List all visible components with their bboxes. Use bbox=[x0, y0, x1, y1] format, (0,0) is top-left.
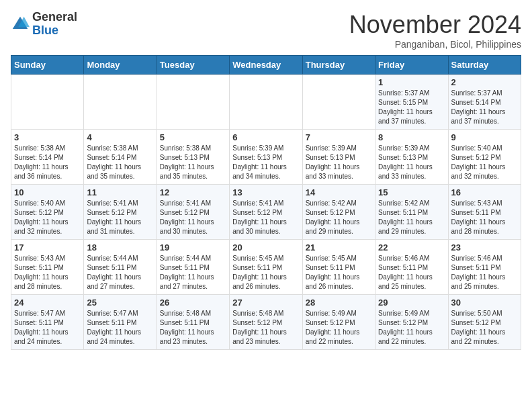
cell-info: Sunrise: 5:42 AM Sunset: 5:11 PM Dayligh… bbox=[378, 199, 445, 236]
day-number: 29 bbox=[378, 298, 445, 308]
calendar-cell: 1 Sunrise: 5:37 AM Sunset: 5:15 PM Dayli… bbox=[375, 75, 448, 130]
daylight-text: Daylight: 11 hours and 22 minutes. bbox=[451, 328, 518, 347]
title-block: November 2024 Panganiban, Bicol, Philipp… bbox=[349, 11, 521, 50]
daylight-text: Daylight: 11 hours and 30 minutes. bbox=[232, 218, 299, 236]
calendar-header: Sunday Monday Tuesday Wednesday Thursday… bbox=[11, 56, 521, 75]
day-number: 2 bbox=[451, 77, 518, 87]
cell-info: Sunrise: 5:37 AM Sunset: 5:15 PM Dayligh… bbox=[378, 89, 445, 126]
daylight-text: Daylight: 11 hours and 36 minutes. bbox=[14, 163, 81, 181]
daylight-text: Daylight: 11 hours and 35 minutes. bbox=[87, 163, 153, 181]
page-header: General Blue November 2024 Panganiban, B… bbox=[11, 11, 521, 50]
day-number: 8 bbox=[378, 132, 445, 142]
sunrise-text: Sunrise: 5:37 AM bbox=[451, 89, 518, 98]
calendar-cell: 24 Sunrise: 5:47 AM Sunset: 5:11 PM Dayl… bbox=[11, 295, 84, 350]
calendar-week-2: 10 Sunrise: 5:40 AM Sunset: 5:12 PM Dayl… bbox=[11, 185, 521, 240]
sunrise-text: Sunrise: 5:39 AM bbox=[232, 144, 299, 153]
calendar-cell: 14 Sunrise: 5:42 AM Sunset: 5:12 PM Dayl… bbox=[302, 185, 375, 240]
cell-info: Sunrise: 5:49 AM Sunset: 5:12 PM Dayligh… bbox=[306, 309, 372, 347]
cell-info: Sunrise: 5:48 AM Sunset: 5:11 PM Dayligh… bbox=[160, 309, 226, 347]
daylight-text: Daylight: 11 hours and 27 minutes. bbox=[160, 273, 226, 291]
sunset-text: Sunset: 5:11 PM bbox=[87, 263, 153, 273]
daylight-text: Daylight: 11 hours and 32 minutes. bbox=[14, 218, 81, 236]
day-number: 9 bbox=[451, 132, 518, 142]
day-number: 14 bbox=[306, 187, 372, 197]
daylight-text: Daylight: 11 hours and 29 minutes. bbox=[306, 218, 372, 236]
cell-info: Sunrise: 5:39 AM Sunset: 5:13 PM Dayligh… bbox=[232, 144, 299, 181]
day-number: 17 bbox=[14, 242, 81, 253]
logo: General Blue bbox=[11, 11, 77, 38]
daylight-text: Daylight: 11 hours and 25 minutes. bbox=[451, 273, 518, 291]
sunrise-text: Sunrise: 5:49 AM bbox=[306, 309, 372, 318]
cell-info: Sunrise: 5:41 AM Sunset: 5:12 PM Dayligh… bbox=[232, 199, 299, 236]
sunset-text: Sunset: 5:12 PM bbox=[160, 208, 226, 218]
cell-info: Sunrise: 5:40 AM Sunset: 5:12 PM Dayligh… bbox=[14, 199, 81, 236]
sunset-text: Sunset: 5:11 PM bbox=[232, 263, 299, 273]
sunrise-text: Sunrise: 5:38 AM bbox=[160, 144, 226, 153]
daylight-text: Daylight: 11 hours and 33 minutes. bbox=[378, 163, 445, 181]
daylight-text: Daylight: 11 hours and 32 minutes. bbox=[451, 163, 518, 181]
cell-info: Sunrise: 5:45 AM Sunset: 5:11 PM Dayligh… bbox=[232, 254, 299, 291]
col-sunday: Sunday bbox=[11, 56, 84, 75]
cell-info: Sunrise: 5:46 AM Sunset: 5:11 PM Dayligh… bbox=[451, 254, 518, 291]
calendar-cell: 29 Sunrise: 5:49 AM Sunset: 5:12 PM Dayl… bbox=[375, 295, 448, 350]
calendar-body: 1 Sunrise: 5:37 AM Sunset: 5:15 PM Dayli… bbox=[11, 75, 521, 350]
sunset-text: Sunset: 5:14 PM bbox=[14, 153, 81, 163]
calendar-week-1: 3 Sunrise: 5:38 AM Sunset: 5:14 PM Dayli… bbox=[11, 130, 521, 185]
sunrise-text: Sunrise: 5:42 AM bbox=[306, 199, 372, 208]
cell-info: Sunrise: 5:42 AM Sunset: 5:12 PM Dayligh… bbox=[306, 199, 372, 236]
calendar-week-4: 24 Sunrise: 5:47 AM Sunset: 5:11 PM Dayl… bbox=[11, 295, 521, 350]
day-number: 27 bbox=[232, 298, 299, 308]
calendar-week-0: 1 Sunrise: 5:37 AM Sunset: 5:15 PM Dayli… bbox=[11, 75, 521, 130]
sunset-text: Sunset: 5:11 PM bbox=[378, 263, 445, 273]
day-number: 24 bbox=[14, 298, 81, 308]
month-title: November 2024 bbox=[349, 11, 521, 39]
day-number: 6 bbox=[232, 132, 299, 142]
calendar-cell: 25 Sunrise: 5:47 AM Sunset: 5:11 PM Dayl… bbox=[84, 295, 157, 350]
sunrise-text: Sunrise: 5:45 AM bbox=[306, 254, 372, 263]
calendar-cell: 16 Sunrise: 5:43 AM Sunset: 5:11 PM Dayl… bbox=[448, 185, 521, 240]
cell-info: Sunrise: 5:43 AM Sunset: 5:11 PM Dayligh… bbox=[451, 199, 518, 236]
calendar-cell: 21 Sunrise: 5:45 AM Sunset: 5:11 PM Dayl… bbox=[302, 240, 375, 295]
calendar-cell bbox=[157, 75, 229, 130]
sunrise-text: Sunrise: 5:41 AM bbox=[160, 199, 226, 208]
col-thursday: Thursday bbox=[302, 56, 375, 75]
logo-icon bbox=[11, 15, 30, 34]
sunrise-text: Sunrise: 5:44 AM bbox=[87, 254, 153, 263]
calendar-table: Sunday Monday Tuesday Wednesday Thursday… bbox=[11, 55, 521, 350]
sunrise-text: Sunrise: 5:42 AM bbox=[378, 199, 445, 208]
day-number: 10 bbox=[14, 187, 81, 197]
sunrise-text: Sunrise: 5:48 AM bbox=[160, 309, 226, 318]
calendar-cell bbox=[230, 75, 302, 130]
sunset-text: Sunset: 5:12 PM bbox=[306, 318, 372, 328]
col-saturday: Saturday bbox=[448, 56, 521, 75]
daylight-text: Daylight: 11 hours and 33 minutes. bbox=[306, 163, 372, 181]
day-number: 18 bbox=[87, 242, 153, 253]
sunset-text: Sunset: 5:13 PM bbox=[306, 153, 372, 163]
day-number: 12 bbox=[160, 187, 226, 197]
day-number: 15 bbox=[378, 187, 445, 197]
sunset-text: Sunset: 5:11 PM bbox=[14, 318, 81, 328]
cell-info: Sunrise: 5:47 AM Sunset: 5:11 PM Dayligh… bbox=[87, 309, 153, 347]
sunset-text: Sunset: 5:14 PM bbox=[87, 153, 153, 163]
day-number: 23 bbox=[451, 242, 518, 253]
daylight-text: Daylight: 11 hours and 27 minutes. bbox=[87, 273, 153, 291]
daylight-text: Daylight: 11 hours and 24 minutes. bbox=[14, 328, 81, 347]
sunset-text: Sunset: 5:11 PM bbox=[451, 208, 518, 218]
daylight-text: Daylight: 11 hours and 23 minutes. bbox=[160, 328, 226, 347]
cell-info: Sunrise: 5:45 AM Sunset: 5:11 PM Dayligh… bbox=[306, 254, 372, 291]
sunrise-text: Sunrise: 5:37 AM bbox=[378, 89, 445, 98]
sunset-text: Sunset: 5:12 PM bbox=[378, 318, 445, 328]
daylight-text: Daylight: 11 hours and 31 minutes. bbox=[87, 218, 153, 236]
sunrise-text: Sunrise: 5:47 AM bbox=[87, 309, 153, 318]
day-number: 25 bbox=[87, 298, 153, 308]
daylight-text: Daylight: 11 hours and 34 minutes. bbox=[232, 163, 299, 181]
col-tuesday: Tuesday bbox=[157, 56, 229, 75]
sunset-text: Sunset: 5:11 PM bbox=[306, 263, 372, 273]
sunset-text: Sunset: 5:12 PM bbox=[451, 318, 518, 328]
calendar-cell: 30 Sunrise: 5:50 AM Sunset: 5:12 PM Dayl… bbox=[448, 295, 521, 350]
sunrise-text: Sunrise: 5:39 AM bbox=[306, 144, 372, 153]
calendar-cell: 7 Sunrise: 5:39 AM Sunset: 5:13 PM Dayli… bbox=[302, 130, 375, 185]
sunset-text: Sunset: 5:12 PM bbox=[232, 318, 299, 328]
calendar-cell: 19 Sunrise: 5:44 AM Sunset: 5:11 PM Dayl… bbox=[157, 240, 229, 295]
calendar-cell: 2 Sunrise: 5:37 AM Sunset: 5:14 PM Dayli… bbox=[448, 75, 521, 130]
